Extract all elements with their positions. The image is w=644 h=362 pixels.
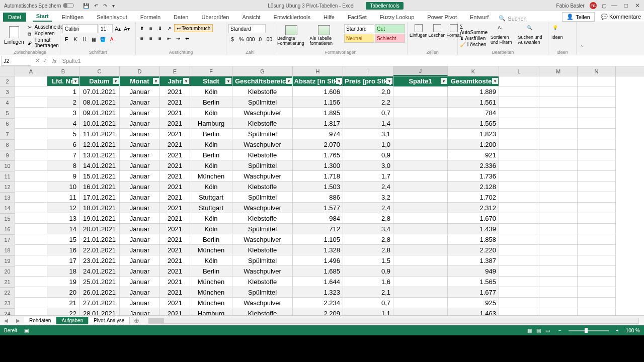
table-cell[interactable]: 14.01.2021 xyxy=(79,160,120,171)
cell[interactable] xyxy=(539,108,578,118)
cell[interactable] xyxy=(539,245,578,255)
cell[interactable] xyxy=(578,171,616,182)
page-break-icon[interactable]: ▭ xyxy=(544,328,551,333)
cell[interactable] xyxy=(578,298,616,308)
table-cell[interactable]: 1.606 xyxy=(293,86,343,97)
table-cell[interactable]: 2.128 xyxy=(448,182,499,192)
column-header-J[interactable]: J xyxy=(393,66,448,76)
cell[interactable] xyxy=(499,287,539,298)
align-bottom-icon[interactable]: ⬇ xyxy=(156,24,164,32)
align-right-icon[interactable]: ≡ xyxy=(156,34,164,42)
share-button[interactable]: 👤Teilen xyxy=(562,12,595,22)
table-cell[interactable]: Hamburg xyxy=(190,118,232,129)
table-cell[interactable]: 1.105 xyxy=(293,234,343,245)
table-cell[interactable]: Köln xyxy=(190,255,232,266)
table-header-spalte1[interactable]: Spalte1▾ xyxy=(393,76,448,86)
table-cell[interactable]: 1.858 xyxy=(448,234,499,245)
table-cell[interactable]: 1,1 xyxy=(343,308,393,315)
table-cell[interactable]: Waschpulver xyxy=(232,266,293,277)
row-header-12[interactable]: 12 xyxy=(0,182,15,193)
table-cell[interactable]: Januar xyxy=(120,97,160,108)
underline-button[interactable]: U xyxy=(80,35,89,43)
row-header-22[interactable]: 22 xyxy=(0,288,15,298)
table-cell[interactable]: 2021 xyxy=(160,255,190,266)
cell[interactable] xyxy=(578,108,616,118)
table-cell[interactable] xyxy=(393,97,448,108)
column-header-N[interactable]: N xyxy=(578,66,616,76)
table-cell[interactable]: Januar xyxy=(120,277,160,287)
row-header-6[interactable]: 6 xyxy=(0,119,15,129)
row-header-16[interactable]: 16 xyxy=(0,224,15,235)
row-header-7[interactable]: 7 xyxy=(0,129,15,140)
table-cell[interactable]: 11 xyxy=(47,192,79,203)
row-header-15[interactable]: 15 xyxy=(0,214,15,224)
table-cell[interactable]: Waschpulver xyxy=(232,298,293,308)
style-bad[interactable]: Schlecht xyxy=(375,34,405,43)
cell[interactable] xyxy=(15,192,47,203)
table-cell[interactable]: 22 xyxy=(47,308,79,315)
currency-icon[interactable]: $ xyxy=(228,35,236,43)
cell[interactable] xyxy=(578,160,616,171)
tab-developer[interactable]: Entwicklertools xyxy=(271,13,313,22)
table-cell[interactable]: 27.01.2021 xyxy=(79,298,120,308)
cell[interactable] xyxy=(578,182,616,192)
align-center-icon[interactable]: ≡ xyxy=(147,34,155,42)
cell[interactable] xyxy=(499,118,539,129)
table-cell[interactable]: Berlin xyxy=(190,266,232,277)
table-cell[interactable]: Klebstoffe xyxy=(232,118,293,129)
table-cell[interactable]: 2021 xyxy=(160,108,190,118)
table-cell[interactable] xyxy=(393,182,448,192)
column-header-B[interactable]: B xyxy=(47,66,79,76)
table-cell[interactable]: 1.817 xyxy=(293,118,343,129)
autosave-toggle[interactable]: Automatisches Speichern xyxy=(4,3,74,9)
cell[interactable] xyxy=(15,298,47,308)
table-cell[interactable] xyxy=(393,203,448,213)
cell[interactable] xyxy=(578,192,616,203)
bold-button[interactable]: F xyxy=(62,35,70,43)
table-cell[interactable]: 1.565 xyxy=(448,277,499,287)
cell[interactable] xyxy=(15,182,47,192)
table-cell[interactable] xyxy=(393,192,448,203)
table-cell[interactable]: 1,4 xyxy=(343,118,393,129)
table-cell[interactable]: 2021 xyxy=(160,171,190,182)
cell[interactable] xyxy=(15,266,47,277)
row-header-2[interactable]: 2 xyxy=(0,76,15,87)
table-cell[interactable]: 21.01.2021 xyxy=(79,234,120,245)
table-cell[interactable]: 1,6 xyxy=(343,277,393,287)
table-cell[interactable]: 2021 xyxy=(160,160,190,171)
table-cell[interactable]: 19 xyxy=(47,277,79,287)
cell[interactable] xyxy=(539,287,578,298)
font-name-select[interactable]: Calibri xyxy=(62,24,98,33)
table-cell[interactable]: 2021 xyxy=(160,245,190,255)
table-cell[interactable] xyxy=(393,160,448,171)
table-cell[interactable]: 09.01.2021 xyxy=(79,108,120,118)
table-cell[interactable]: 2021 xyxy=(160,129,190,139)
table-cell[interactable]: 2021 xyxy=(160,192,190,203)
table-cell[interactable]: Klebstoffe xyxy=(232,245,293,255)
name-box[interactable]: J2 xyxy=(1,56,31,66)
column-header-M[interactable]: M xyxy=(539,66,578,76)
horizontal-scrollbar[interactable] xyxy=(148,318,639,324)
filter-icon[interactable]: ▾ xyxy=(72,78,78,84)
table-cell[interactable]: München xyxy=(190,171,232,182)
tab-review[interactable]: Überprüfen xyxy=(198,13,232,22)
table-cell[interactable]: Spülmittel xyxy=(232,97,293,108)
table-cell[interactable]: Waschpulver xyxy=(232,139,293,150)
table-cell[interactable] xyxy=(393,266,448,277)
table-cell[interactable]: Januar xyxy=(120,287,160,298)
table-cell[interactable]: 14 xyxy=(47,224,79,234)
table-cell[interactable]: 2021 xyxy=(160,224,190,234)
cell[interactable] xyxy=(539,203,578,213)
table-cell[interactable]: München xyxy=(190,298,232,308)
table-cell[interactable]: 1.765 xyxy=(293,150,343,160)
table-cell[interactable]: 18 xyxy=(47,266,79,277)
border-button[interactable]: ▦ xyxy=(90,35,98,43)
orientation-icon[interactable]: ↗ xyxy=(165,24,173,32)
zoom-slider[interactable] xyxy=(569,330,609,331)
cell[interactable] xyxy=(539,76,578,86)
sort-filter-button[interactable]: A↓Sortieren und Filtern xyxy=(490,24,515,46)
table-cell[interactable]: 18.01.2021 xyxy=(79,203,120,213)
cell[interactable] xyxy=(499,203,539,213)
cell[interactable] xyxy=(578,234,616,245)
zoom-out-button[interactable]: − xyxy=(558,328,561,333)
